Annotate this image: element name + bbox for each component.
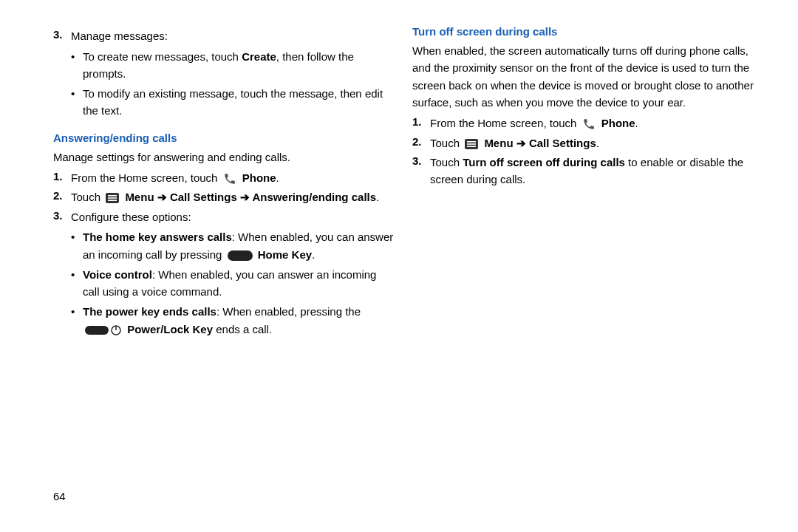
list-item: 1. From the Home screen, touch Phone. [412, 115, 754, 132]
page-number: 64 [53, 490, 66, 502]
list-item: 3. Configure these options: • The home k… [53, 209, 395, 341]
bullet-dot: • [71, 85, 83, 120]
bold-text: Voice control [83, 268, 152, 281]
bullet-dot: • [71, 303, 83, 338]
bold-text: Phone [601, 117, 635, 129]
step-number: 2. [412, 135, 430, 152]
svg-rect-11 [467, 146, 476, 147]
svg-rect-5 [85, 326, 109, 335]
step-number: 3. [53, 209, 71, 341]
text: From the Home screen, touch [430, 117, 580, 129]
bullet-text: The home key answers calls: When enabled… [83, 228, 395, 263]
step-number: 2. [53, 189, 71, 206]
text: Touch [430, 156, 463, 168]
list-item: • Voice control: When enabled, you can a… [71, 266, 395, 301]
step-number: 3. [412, 154, 430, 188]
menu-icon [465, 139, 478, 149]
section-heading-turnoff: Turn off screen during calls [412, 25, 754, 38]
step-text: Manage messages: [71, 30, 168, 42]
text: To create new messages, touch [83, 50, 242, 63]
text: ends a call. [213, 323, 272, 335]
bold-text: Menu [484, 137, 513, 149]
svg-rect-3 [108, 200, 117, 202]
text: . [376, 191, 379, 203]
bold-text: Turn off screen off during calls [463, 156, 625, 168]
step-body: From the Home screen, touch Phone. [430, 115, 754, 132]
turnoff-description: When enabled, the screen automatically t… [412, 42, 754, 111]
right-column: Turn off screen during calls When enable… [412, 25, 754, 344]
svg-rect-4 [228, 250, 253, 261]
step-number: 1. [412, 115, 430, 132]
list-item: • The power key ends calls: When enabled… [71, 303, 395, 338]
text: . [312, 248, 315, 261]
bullet-text: Voice control: When enabled, you can ans… [83, 266, 395, 301]
bold-text: The power key ends calls [83, 305, 216, 318]
bullet-list: • To create new messages, touch Create, … [71, 48, 395, 120]
svg-rect-10 [467, 143, 476, 145]
turnoff-steps: 1. From the Home screen, touch Phone. 2.… [412, 115, 754, 188]
text: : When enabled, pressing the [216, 305, 361, 318]
bold-text: Home Key [258, 248, 312, 261]
section-heading-answering: Answering/ending calls [53, 132, 395, 144]
step-body: Configure these options: • The home key … [71, 209, 395, 341]
step-number: 3. [53, 28, 71, 123]
phone-icon [582, 117, 596, 131]
phone-icon [223, 172, 236, 185]
bold-text: Create [242, 50, 276, 63]
bold-text: The home key answers calls [83, 231, 232, 243]
list-item: 2. Touch MenuCall Settings. [412, 135, 754, 152]
menu-icon [106, 193, 119, 203]
bullet-text: To modify an existing message, touch the… [83, 85, 395, 120]
page: 3. Manage messages: • To create new mess… [0, 0, 798, 344]
list-item: • To modify an existing message, touch t… [71, 85, 395, 120]
power-key-icon [85, 325, 122, 335]
bold-text: Call Settings [529, 137, 596, 149]
step-body: Touch MenuCall Settings. [430, 135, 754, 152]
step-body: Touch Turn off screen off during calls t… [430, 154, 754, 188]
step-body: From the Home screen, touch Phone. [71, 170, 395, 187]
bold-text: Power/Lock Key [127, 323, 213, 335]
text: Configure these options: [71, 211, 191, 223]
svg-rect-2 [108, 197, 117, 199]
list-item: 3. Touch Turn off screen off during call… [412, 154, 754, 188]
text: . [596, 137, 599, 149]
bullet-text: The power key ends calls: When enabled, … [83, 303, 395, 338]
options-list: • The home key answers calls: When enabl… [71, 228, 395, 338]
list-item: • The home key answers calls: When enabl… [71, 228, 395, 263]
bullet-dot: • [71, 228, 83, 263]
intro-text: Manage settings for answering and ending… [53, 149, 395, 166]
step-body: Touch MenuCall SettingsAnswering/ending … [71, 189, 395, 206]
home-key-icon [228, 250, 253, 261]
svg-rect-1 [108, 195, 117, 197]
arrow-icon [514, 137, 529, 149]
answering-steps: 1. From the Home screen, touch Phone. 2.… [53, 170, 395, 341]
bullet-text: To create new messages, touch Create, th… [83, 48, 395, 83]
step-number: 1. [53, 170, 71, 187]
bullet-dot: • [71, 266, 83, 301]
list-item: 3. Manage messages: • To create new mess… [53, 28, 395, 123]
arrow-icon [154, 191, 170, 203]
list-item: 2. Touch MenuCall SettingsAnswering/endi… [53, 189, 395, 206]
text: Touch [71, 191, 103, 203]
bold-text: Call Settings [170, 191, 237, 203]
bold-text: Menu [125, 191, 154, 203]
list-item: • To create new messages, touch Create, … [71, 48, 395, 83]
svg-rect-9 [467, 141, 476, 143]
list-item: 1. From the Home screen, touch Phone. [53, 170, 395, 187]
text: From the Home screen, touch [71, 171, 221, 184]
text: . [276, 171, 279, 184]
text: Touch [430, 137, 463, 149]
bold-text: Answering/ending calls [253, 191, 377, 203]
bold-text: Phone [242, 171, 276, 184]
arrow-icon [237, 191, 253, 203]
bullet-dot: • [71, 48, 83, 83]
text: . [635, 117, 638, 129]
left-column: 3. Manage messages: • To create new mess… [53, 25, 395, 344]
step-body: Manage messages: • To create new message… [71, 28, 395, 123]
manage-messages-list: 3. Manage messages: • To create new mess… [53, 28, 395, 123]
